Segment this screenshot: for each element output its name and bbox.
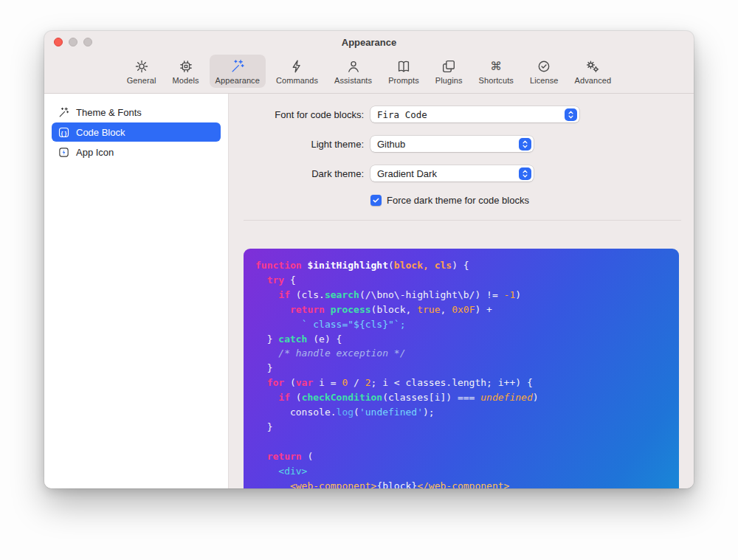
code-line	[255, 435, 667, 449]
toolbar-item-advanced[interactable]: Advanced	[569, 55, 618, 88]
dark-theme-dropdown[interactable]: Gradient Dark	[370, 165, 534, 182]
code-line: return (	[255, 449, 667, 464]
code-line: console.log('undefined');	[255, 405, 667, 420]
force-dark-label: Force dark theme for code blocks	[387, 195, 529, 206]
sidebar-item-theme-fonts[interactable]: Theme & Fonts	[52, 103, 221, 122]
cpu-icon	[178, 58, 194, 75]
svg-text:⌘: ⌘	[490, 60, 502, 72]
code-line: /* handle exception */	[255, 346, 667, 361]
sidebar-item-code-block[interactable]: { }Code Block	[52, 122, 221, 142]
light-theme-dropdown-value: Github	[377, 139, 405, 150]
window-title: Appearance	[44, 31, 694, 55]
code-line: function $initHighlight(block, cls) {	[255, 258, 667, 273]
dark-theme-row: Dark theme: Gradient Dark	[244, 165, 681, 182]
force-dark-checkbox-row[interactable]: Force dark theme for code blocks	[370, 195, 681, 206]
titlebar: Appearance	[44, 31, 694, 53]
wand-sparkles-icon	[230, 58, 246, 75]
light-theme-row: Light theme: Github	[244, 136, 681, 152]
code-line: for (var i = 0 / 2; i < classes.length; …	[255, 376, 667, 390]
code-line: <div>	[255, 464, 667, 479]
zoom-button[interactable]	[83, 38, 92, 46]
toolbar-item-prompts[interactable]: Prompts	[382, 55, 425, 88]
app-bolt-icon	[58, 146, 70, 159]
code-line: try {	[255, 273, 667, 288]
light-theme-label: Light theme:	[244, 139, 364, 150]
toolbar-item-label: Models	[173, 76, 199, 85]
curly-braces-icon: { }	[58, 126, 70, 139]
code-line: ` class="${cls}"`;	[255, 317, 667, 332]
dropdown-stepper-icon	[519, 167, 531, 180]
book-icon	[396, 58, 412, 75]
toolbar-item-label: Appearance	[215, 76, 260, 85]
command-icon: ⌘	[488, 58, 504, 75]
settings-window: Appearance GeneralModelsAppearanceComman…	[44, 31, 694, 488]
gear-icon	[134, 58, 150, 75]
font-row: Font for code blocks: Fira Code	[244, 106, 681, 122]
font-dropdown-value: Fira Code	[377, 109, 427, 120]
font-label: Font for code blocks:	[244, 109, 364, 120]
font-dropdown[interactable]: Fira Code	[370, 106, 579, 122]
gears-icon	[584, 58, 601, 75]
bolt-icon	[289, 58, 305, 75]
code-line: if (cls.search(/\bno\-highlight\b/) != -…	[255, 288, 667, 303]
traffic-lights	[54, 38, 92, 46]
toolbar-item-label: Prompts	[388, 76, 419, 85]
dropdown-stepper-icon	[519, 138, 531, 151]
dark-theme-dropdown-value: Gradient Dark	[377, 168, 437, 179]
toolbar-item-label: General	[127, 76, 156, 85]
toolbar-item-license[interactable]: License	[524, 55, 565, 88]
toolbar-item-appearance[interactable]: Appearance	[210, 55, 266, 88]
section-divider	[244, 220, 681, 221]
sidebar-item-label: Code Block	[76, 127, 125, 138]
sidebar-item-label: Theme & Fonts	[76, 107, 142, 118]
seal-check-icon	[536, 58, 552, 75]
pages-icon	[441, 58, 457, 75]
main-panel: Font for code blocks: Fira Code Light th…	[229, 94, 694, 488]
desktop: Appearance GeneralModelsAppearanceComman…	[0, 0, 738, 560]
sidebar: Theme & Fonts{ }Code BlockApp Icon	[44, 94, 229, 488]
dark-theme-label: Dark theme:	[244, 168, 364, 179]
toolbar-item-label: Shortcuts	[479, 76, 514, 85]
dropdown-stepper-icon	[565, 108, 577, 121]
code-line: } catch (e) {	[255, 332, 667, 347]
svg-text:{ }: { }	[61, 129, 67, 136]
code-line: if (checkCondition(classes[i]) === undef…	[255, 390, 667, 405]
toolbar-item-label: Advanced	[575, 76, 612, 85]
code-line: }	[255, 420, 667, 435]
toolbar-item-models[interactable]: Models	[167, 55, 205, 88]
toolbar-item-label: Assistants	[334, 76, 372, 85]
minimize-button[interactable]	[69, 38, 77, 46]
checkbox-checked-icon[interactable]	[370, 195, 382, 206]
code-preview: function $initHighlight(block, cls) { tr…	[244, 249, 679, 488]
window-body: Theme & Fonts{ }Code BlockApp Icon Font …	[44, 94, 694, 488]
close-button[interactable]	[54, 38, 63, 46]
toolbar-item-label: Plugins	[435, 76, 463, 85]
sparkle-wand-icon	[58, 106, 70, 119]
toolbar-item-label: Commands	[276, 76, 318, 85]
toolbar-item-commands[interactable]: Commands	[270, 55, 324, 88]
code-line: <web-component>{block}</web-component>	[255, 479, 667, 488]
code-line: return process(block, true, 0x0F) +	[255, 303, 667, 317]
toolbar-item-assistants[interactable]: Assistants	[328, 55, 378, 88]
toolbar: GeneralModelsAppearanceCommandsAssistant…	[44, 53, 694, 94]
sidebar-item-app-icon[interactable]: App Icon	[52, 142, 221, 162]
toolbar-item-shortcuts[interactable]: ⌘Shortcuts	[473, 55, 520, 88]
toolbar-item-general[interactable]: General	[121, 55, 162, 88]
toolbar-item-plugins[interactable]: Plugins	[430, 55, 469, 88]
person-icon	[345, 58, 362, 75]
sidebar-item-label: App Icon	[76, 147, 114, 158]
toolbar-item-label: License	[530, 76, 559, 85]
light-theme-dropdown[interactable]: Github	[370, 136, 534, 152]
code-line: }	[255, 361, 667, 376]
